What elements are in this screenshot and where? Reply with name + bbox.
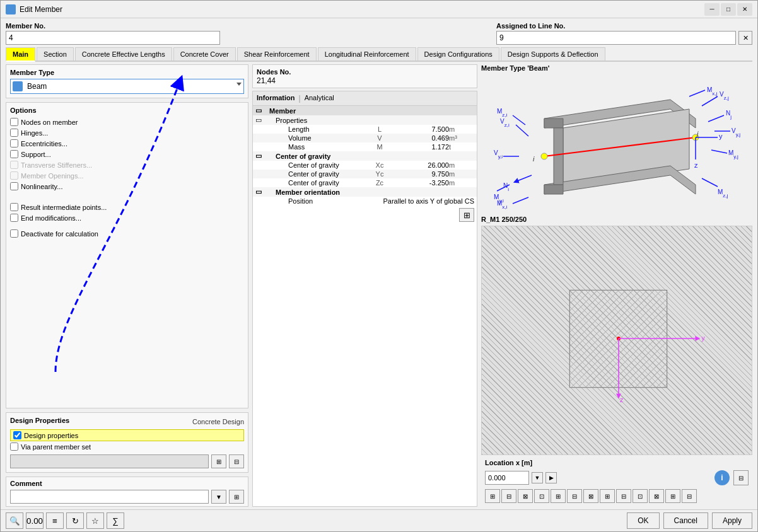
option-transverse-label: Transverse Stiffeners... xyxy=(21,161,92,169)
bottom-tool-num[interactable]: 0.00 xyxy=(26,512,44,529)
top-fields-row: Member No. 4 Assigned to Line No. ✕ xyxy=(6,22,752,45)
tool-btn-10[interactable]: ⊡ xyxy=(633,489,648,503)
viz-icon-button[interactable]: ⊞ xyxy=(459,208,474,222)
member-type-select[interactable]: Beam Column Rib Truss Member xyxy=(10,79,244,94)
clear-assigned-button[interactable]: ✕ xyxy=(738,31,752,45)
tab-design-configs[interactable]: Design Configurations xyxy=(417,47,499,61)
minimize-button[interactable]: ─ xyxy=(704,3,720,16)
beam-diagram: i j Ni Nj Mz,i xyxy=(481,74,752,213)
close-button[interactable]: ✕ xyxy=(737,3,752,16)
design-prop-checkbox-1[interactable] xyxy=(13,431,21,439)
svg-line-27 xyxy=(689,90,705,96)
tool-btn-1[interactable]: ⊞ xyxy=(485,489,500,503)
tool-btn-5[interactable]: ⊞ xyxy=(551,489,566,503)
tab-concrete-cover[interactable]: Concrete Cover xyxy=(173,47,236,61)
tree-expand-orientation[interactable]: ▭ xyxy=(255,188,263,196)
location-up-btn[interactable]: ▶ xyxy=(545,472,557,483)
option-eccentricities-checkbox[interactable] xyxy=(10,139,18,147)
apply-button[interactable]: Apply xyxy=(712,512,752,529)
tree-xc-unit: m xyxy=(449,161,474,169)
tool-btn-11[interactable]: ⊠ xyxy=(649,489,664,503)
comment-dropdown-btn[interactable]: ▼ xyxy=(211,490,226,504)
svg-line-23 xyxy=(711,150,727,153)
maximize-button[interactable]: □ xyxy=(721,3,736,16)
tree-mass-label: Mass xyxy=(288,143,361,151)
option-hinges-checkbox[interactable] xyxy=(10,129,18,137)
bottom-tool-formula[interactable]: ∑ xyxy=(107,512,124,529)
bottom-tool-star[interactable]: ☆ xyxy=(86,512,104,529)
assigned-line-input[interactable] xyxy=(496,31,736,45)
info-tab-information[interactable]: Information xyxy=(257,94,295,103)
tab-main[interactable]: Main xyxy=(6,47,35,62)
section-diagram: y z xyxy=(481,226,752,455)
tree-mass-unit: t xyxy=(449,143,474,151)
info-icon-button[interactable]: i xyxy=(714,470,730,485)
svg-text:Mx,i: Mx,i xyxy=(497,200,508,210)
tree-expand-cog[interactable]: ▭ xyxy=(255,152,263,160)
comment-input[interactable] xyxy=(10,490,209,504)
tool-btn-4[interactable]: ⊡ xyxy=(534,489,549,503)
tree-expand-props[interactable]: ▭ xyxy=(255,116,263,124)
option-nonlinearity-checkbox[interactable] xyxy=(10,182,18,190)
dp-btn-1[interactable]: ⊞ xyxy=(211,454,226,468)
beam-svg: i j Ni Nj Mz,i xyxy=(481,74,752,213)
filter-btn[interactable]: ⊟ xyxy=(733,470,749,485)
tab-section[interactable]: Section xyxy=(37,47,74,61)
tool-btn-8[interactable]: ⊞ xyxy=(600,489,615,503)
cancel-button[interactable]: Cancel xyxy=(663,512,708,529)
tab-shear[interactable]: Shear Reinforcement xyxy=(237,47,317,61)
tool-btn-12[interactable]: ⊞ xyxy=(665,489,680,503)
tree-cog-header: ▭ Center of gravity xyxy=(253,151,477,161)
tree-expand-member[interactable]: ▭ xyxy=(255,107,263,115)
info-tab-analytical[interactable]: Analytical xyxy=(305,94,334,103)
section-svg: y z xyxy=(482,226,752,454)
tab-design-supports[interactable]: Design Supports & Deflection xyxy=(501,47,605,61)
option-nodes-checkbox[interactable] xyxy=(10,118,18,126)
tool-btn-9[interactable]: ⊟ xyxy=(616,489,631,503)
tree-yc-label: Center of gravity xyxy=(288,170,361,178)
tool-btn-6[interactable]: ⊟ xyxy=(567,489,582,503)
svg-text:Mz,j: Mz,j xyxy=(718,188,728,199)
tool-btn-2[interactable]: ⊟ xyxy=(501,489,516,503)
tree-xc-label: Center of gravity xyxy=(288,161,361,169)
svg-text:z: z xyxy=(694,161,698,169)
svg-text:i: i xyxy=(533,155,535,163)
location-input[interactable] xyxy=(485,471,529,485)
comment-edit-btn[interactable]: ⊞ xyxy=(229,490,244,504)
option-openings: Member Openings... xyxy=(10,170,244,181)
bottom-tool-refresh[interactable]: ↻ xyxy=(66,512,84,529)
svg-text:Mx,j: Mx,j xyxy=(707,86,718,96)
tab-longitudinal[interactable]: Longitudinal Reinforcement xyxy=(318,47,416,61)
svg-text:Nj: Nj xyxy=(726,110,732,120)
option-transverse-checkbox xyxy=(10,161,18,169)
ok-button[interactable]: OK xyxy=(627,512,659,529)
location-down-btn[interactable]: ▼ xyxy=(532,472,543,483)
tab-concrete-effective[interactable]: Concrete Effective Lengths xyxy=(75,47,172,61)
option-deactivate-checkbox[interactable] xyxy=(10,229,18,238)
svg-line-13 xyxy=(516,125,528,136)
assigned-line-group: Assigned to Line No. ✕ xyxy=(496,22,752,45)
option-end-checkbox[interactable] xyxy=(10,214,18,222)
dp-btn-2[interactable]: ⊟ xyxy=(229,454,244,468)
option-result-checkbox[interactable] xyxy=(10,203,18,211)
option-nodes-label: Nodes on member xyxy=(21,119,78,126)
svg-line-5 xyxy=(516,175,532,182)
svg-line-7 xyxy=(708,115,724,122)
design-prop-checkbox-2[interactable] xyxy=(10,442,18,451)
tool-btn-3[interactable]: ⊠ xyxy=(518,489,533,503)
section-name-label: R_M1 250/250 xyxy=(481,216,752,223)
bottom-tool-search[interactable]: 🔍 xyxy=(6,512,23,529)
option-support-checkbox[interactable] xyxy=(10,150,18,158)
member-no-input[interactable]: 4 xyxy=(6,31,220,45)
tree-volume-key: V xyxy=(361,134,399,142)
option-eccentricities-label: Eccentricities... xyxy=(21,140,67,147)
tree-table: ▭ Member ▭ Properties xyxy=(253,106,477,205)
tree-xc-value: 26.000 xyxy=(399,161,449,169)
tool-btn-7[interactable]: ⊠ xyxy=(583,489,598,503)
option-openings-label: Member Openings... xyxy=(21,172,84,180)
tree-xc-key: Xc xyxy=(361,161,399,169)
design-prop-via-parent: Via parent member set xyxy=(10,441,244,452)
location-toolbar: ⊞ ⊟ ⊠ ⊡ ⊞ ⊟ ⊠ ⊞ ⊟ ⊡ ⊠ ⊞ ⊟ xyxy=(485,489,749,503)
tool-btn-13[interactable]: ⊟ xyxy=(682,489,697,503)
bottom-tool-list[interactable]: ≡ xyxy=(46,512,64,529)
